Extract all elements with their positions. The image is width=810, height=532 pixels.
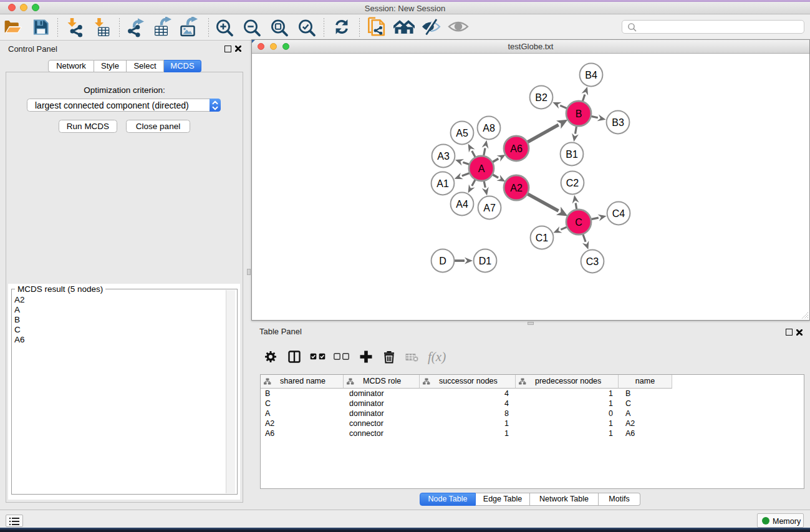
svg-text:D1: D1 bbox=[479, 256, 492, 266]
svg-text:B4: B4 bbox=[585, 70, 597, 80]
svg-text:A2: A2 bbox=[510, 183, 523, 193]
svg-text:C: C bbox=[575, 217, 582, 228]
svg-text:C4: C4 bbox=[612, 208, 625, 219]
svg-text:A8: A8 bbox=[483, 123, 495, 133]
svg-text:C3: C3 bbox=[586, 256, 599, 267]
svg-text:A4: A4 bbox=[456, 199, 468, 210]
svg-text:B1: B1 bbox=[566, 149, 578, 160]
svg-text:A3: A3 bbox=[437, 151, 450, 162]
svg-text:B: B bbox=[576, 109, 582, 119]
svg-text:A7: A7 bbox=[483, 203, 496, 213]
svg-text:A5: A5 bbox=[456, 128, 468, 138]
svg-text:C2: C2 bbox=[566, 178, 579, 188]
svg-text:B2: B2 bbox=[535, 92, 547, 103]
svg-text:C1: C1 bbox=[536, 233, 549, 243]
svg-text:A1: A1 bbox=[436, 178, 449, 189]
svg-text:A6: A6 bbox=[510, 143, 523, 154]
svg-text:D: D bbox=[439, 256, 446, 266]
svg-text:A: A bbox=[478, 163, 485, 174]
svg-text:B3: B3 bbox=[612, 117, 624, 128]
